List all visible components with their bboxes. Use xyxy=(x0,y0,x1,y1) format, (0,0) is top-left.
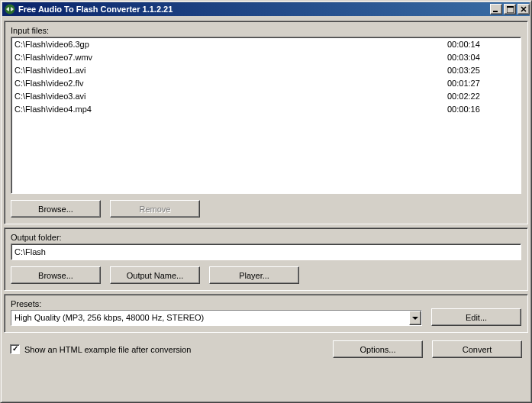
browse-input-button[interactable]: Browse... xyxy=(11,200,101,218)
file-duration: 00:00:16 xyxy=(432,104,516,115)
file-path: C:\Flash\video4.mp4 xyxy=(15,104,432,115)
file-duration: 00:03:04 xyxy=(432,52,516,63)
output-folder-label: Output folder: xyxy=(11,233,521,242)
list-item[interactable]: C:\Flash\video2.flv00:01:27 xyxy=(11,77,521,90)
list-item[interactable]: C:\Flash\video1.avi00:03:25 xyxy=(11,64,521,77)
player-button[interactable]: Player... xyxy=(209,266,299,284)
file-duration: 00:01:27 xyxy=(432,78,516,89)
input-panel: Input files: C:\Flash\video6.3gp00:00:14… xyxy=(4,21,528,224)
close-button[interactable] xyxy=(517,4,530,15)
title-button-group xyxy=(488,4,530,15)
presets-selected-value: High Quality (MP3, 256 kbps, 48000 Hz, S… xyxy=(11,311,409,325)
file-path: C:\Flash\video2.flv xyxy=(15,78,432,89)
presets-dropdown-button[interactable] xyxy=(409,311,421,325)
presets-select[interactable]: High Quality (MP3, 256 kbps, 48000 Hz, S… xyxy=(11,310,422,326)
file-duration: 00:00:14 xyxy=(432,39,516,50)
output-name-button[interactable]: Output Name... xyxy=(110,266,200,284)
options-button[interactable]: Options... xyxy=(333,340,423,358)
show-html-checkbox[interactable]: ✓ xyxy=(10,344,20,354)
output-folder-input[interactable] xyxy=(11,244,521,260)
chevron-down-icon xyxy=(412,317,418,320)
edit-preset-button[interactable]: Edit... xyxy=(431,308,521,326)
file-duration: 00:03:25 xyxy=(432,65,516,76)
list-item[interactable]: C:\Flash\video4.mp400:00:16 xyxy=(11,103,521,116)
input-files-label: Input files: xyxy=(11,26,521,35)
checkmark-icon: ✓ xyxy=(12,346,18,352)
convert-button[interactable]: Convert xyxy=(432,340,522,358)
presets-label: Presets: xyxy=(11,299,422,308)
list-item[interactable]: C:\Flash\video7.wmv00:03:04 xyxy=(11,51,521,64)
list-item[interactable]: C:\Flash\video6.3gp00:00:14 xyxy=(11,38,521,51)
svg-rect-4 xyxy=(507,6,514,8)
app-icon xyxy=(4,3,16,15)
title-bar: Free Audio To Flash Converter 1.1.2.21 xyxy=(2,2,530,16)
input-button-row: Browse... Remove xyxy=(11,200,521,218)
list-item[interactable]: C:\Flash\video3.avi00:02:22 xyxy=(11,90,521,103)
output-button-row: Browse... Output Name... Player... xyxy=(11,266,521,284)
file-path: C:\Flash\video1.avi xyxy=(15,65,432,76)
output-panel: Output folder: Browse... Output Name... … xyxy=(4,227,528,291)
maximize-button[interactable] xyxy=(504,4,516,15)
presets-panel: Presets: High Quality (MP3, 256 kbps, 48… xyxy=(4,294,528,333)
remove-button[interactable]: Remove xyxy=(110,200,200,218)
file-path: C:\Flash\video3.avi xyxy=(15,91,432,102)
input-files-list[interactable]: C:\Flash\video6.3gp00:00:14C:\Flash\vide… xyxy=(11,37,521,194)
svg-rect-1 xyxy=(9,6,11,12)
browse-output-button[interactable]: Browse... xyxy=(11,266,101,284)
minimize-button[interactable] xyxy=(490,4,502,15)
client-area: Input files: C:\Flash\video6.3gp00:00:14… xyxy=(1,18,531,402)
window-title: Free Audio To Flash Converter 1.1.2.21 xyxy=(18,5,488,14)
output-folder-field-wrap xyxy=(11,243,521,260)
app-window: Free Audio To Flash Converter 1.1.2.21 I… xyxy=(0,0,532,403)
show-html-checkbox-row[interactable]: ✓ Show an HTML example file after conver… xyxy=(10,344,191,354)
file-duration: 00:02:22 xyxy=(432,91,516,102)
show-html-checkbox-label: Show an HTML example file after conversi… xyxy=(24,345,191,354)
file-path: C:\Flash\video7.wmv xyxy=(15,52,432,63)
bottom-bar: ✓ Show an HTML example file after conver… xyxy=(4,336,528,363)
svg-rect-2 xyxy=(493,11,498,12)
file-path: C:\Flash\video6.3gp xyxy=(15,39,432,50)
